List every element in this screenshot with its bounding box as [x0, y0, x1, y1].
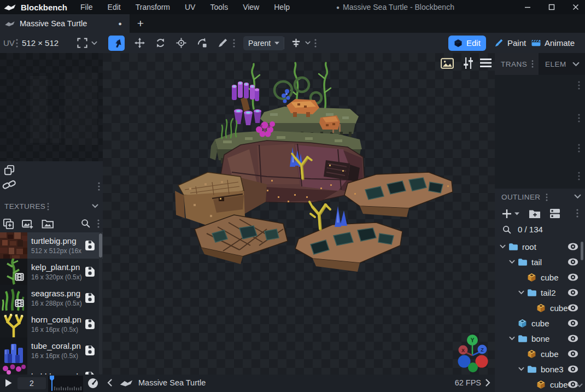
outliner-node-cube[interactable]: cube: [495, 300, 585, 315]
texture-row-turtlebig[interactable]: turtlebig.png 512 x 512px (16x: [0, 232, 103, 259]
timeline-ruler[interactable]: [48, 376, 83, 392]
outliner-node-bone3[interactable]: bone3: [495, 361, 585, 377]
save-texture-icon[interactable]: [85, 240, 95, 250]
outliner-scrollbar-thumb[interactable]: [581, 242, 583, 260]
mode-tab-paint[interactable]: Paint: [489, 36, 531, 51]
menu-uv[interactable]: UV: [185, 3, 195, 11]
ik-toggle-icon[interactable]: [291, 33, 301, 53]
outliner-node-tail2[interactable]: tail2: [495, 285, 585, 300]
row-menu-icon[interactable]: [578, 114, 580, 122]
frame-value-box[interactable]: 2: [17, 377, 46, 389]
mode-tab-edit[interactable]: Edit: [448, 36, 486, 51]
mode-tab-animate[interactable]: Animate: [526, 36, 580, 51]
texture-add-icon[interactable]: [3, 218, 14, 230]
outliner-search-icon[interactable]: [502, 225, 511, 234]
scroll-down-icon[interactable]: [576, 383, 583, 388]
toolbar-menu-icon[interactable]: [233, 33, 235, 53]
maximize-button[interactable]: [543, 0, 560, 14]
viewport-sliders-icon[interactable]: [462, 57, 474, 69]
move-tool-button[interactable]: [131, 36, 148, 51]
menu-edit[interactable]: Edit: [108, 3, 121, 11]
toolbar-menu-icon[interactable]: [314, 33, 317, 53]
texture-search-icon[interactable]: [81, 219, 90, 228]
playback-speed-icon[interactable]: [87, 378, 98, 389]
copy-icon[interactable]: [3, 164, 16, 177]
chevron-right-icon[interactable]: [485, 379, 490, 387]
eye-icon[interactable]: [568, 243, 578, 250]
texture-list-menu-icon[interactable]: [97, 219, 100, 228]
minimize-button[interactable]: [519, 0, 536, 14]
viewport-3d[interactable]: Y X Z: [103, 53, 495, 375]
chevron-down-icon[interactable]: [516, 290, 527, 295]
rotate-tool-button[interactable]: [152, 36, 168, 51]
save-texture-icon[interactable]: [85, 319, 95, 329]
outliner-node-tail[interactable]: tail: [495, 254, 585, 270]
menu-help[interactable]: Help: [274, 3, 290, 11]
outliner-node-cube[interactable]: cube: [495, 270, 585, 285]
chevron-down-icon[interactable]: [506, 260, 518, 264]
eye-icon[interactable]: [568, 304, 578, 312]
select-tool-button[interactable]: [108, 36, 125, 51]
viewport-menu-icon[interactable]: [480, 58, 492, 68]
row-menu-icon[interactable]: [578, 81, 580, 90]
menu-view[interactable]: View: [243, 3, 259, 11]
menu-transform[interactable]: Transform: [136, 3, 170, 11]
tab-transform[interactable]: TRANS: [495, 53, 539, 75]
eye-icon[interactable]: [568, 350, 578, 358]
chevron-down-icon[interactable]: [514, 212, 519, 215]
pivot-tool-button[interactable]: [173, 36, 189, 51]
outliner-node-bone[interactable]: bone: [495, 331, 585, 346]
play-icon[interactable]: [5, 379, 12, 387]
chevron-down-icon[interactable]: [497, 244, 508, 249]
background-image-icon[interactable]: [441, 57, 454, 69]
orientation-gizmo[interactable]: Y X Z: [451, 331, 493, 373]
textures-menu-icon[interactable]: [47, 203, 49, 210]
brush-tool-button[interactable]: [214, 36, 231, 51]
add-folder-button[interactable]: [529, 209, 541, 219]
menu-file[interactable]: File: [80, 3, 93, 11]
outliner-node-cube[interactable]: cube: [495, 377, 585, 392]
texture-row-horn-coral[interactable]: horn_coral.pn 16 x 16px (0.5x): [0, 311, 103, 337]
textures-collapse-icon[interactable]: [92, 204, 98, 208]
link-icon[interactable]: [2, 179, 16, 190]
chevron-down-icon[interactable]: [516, 367, 527, 371]
close-button[interactable]: [568, 0, 584, 14]
transform-tool-button[interactable]: [194, 36, 210, 51]
outliner-toolbar-menu-icon[interactable]: [576, 209, 578, 218]
texture-row-tube-coral[interactable]: tube_coral.pn 16 x 16px (0.5x): [0, 337, 103, 364]
row-menu-icon[interactable]: [578, 172, 580, 180]
chevron-down-icon[interactable]: [91, 33, 97, 53]
panel-menu-icon[interactable]: [98, 182, 100, 191]
fullscreen-icon[interactable]: [77, 33, 87, 53]
outliner-menu-icon[interactable]: [546, 194, 548, 201]
project-tab[interactable]: Massive Sea Turtle ●: [0, 14, 130, 33]
menu-tools[interactable]: Tools: [210, 3, 228, 11]
outliner-node-cube[interactable]: cube: [495, 315, 585, 331]
eye-icon[interactable]: [568, 319, 578, 327]
chevron-down-icon[interactable]: [506, 336, 518, 341]
save-texture-icon[interactable]: [85, 266, 95, 277]
texture-row-bubble-coral[interactable]: bubble_coral: [0, 364, 103, 375]
outliner-node-cube[interactable]: cube: [495, 346, 585, 361]
eye-icon[interactable]: [568, 258, 578, 266]
uv-size-handle-icon[interactable]: [16, 33, 18, 53]
tab-element[interactable]: ELEM: [539, 53, 585, 75]
toggle-list-button[interactable]: [549, 208, 560, 219]
save-texture-icon[interactable]: [85, 292, 95, 303]
eye-icon[interactable]: [568, 289, 578, 296]
texture-folder-icon[interactable]: [42, 219, 54, 229]
chevron-down-icon[interactable]: [305, 33, 311, 53]
texture-row-seagrass[interactable]: seagrass.png 16 x 288px (0.5x): [0, 285, 103, 311]
eye-icon[interactable]: [568, 365, 578, 373]
row-menu-icon[interactable]: [578, 144, 580, 153]
uv-preview-panel[interactable]: [0, 53, 103, 161]
parent-dropdown[interactable]: Parent: [243, 36, 284, 50]
new-tab-button[interactable]: +: [133, 15, 148, 32]
chevron-left-icon[interactable]: [107, 379, 112, 387]
texture-row-kelp[interactable]: kelp_plant.pn 16 x 320px (0.5x): [0, 259, 103, 285]
eye-icon[interactable]: [568, 335, 578, 342]
add-group-button[interactable]: [501, 208, 512, 219]
texture-import-icon[interactable]: [22, 220, 33, 229]
eye-icon[interactable]: [568, 273, 578, 281]
texture-scrollbar-thumb[interactable]: [99, 233, 102, 258]
